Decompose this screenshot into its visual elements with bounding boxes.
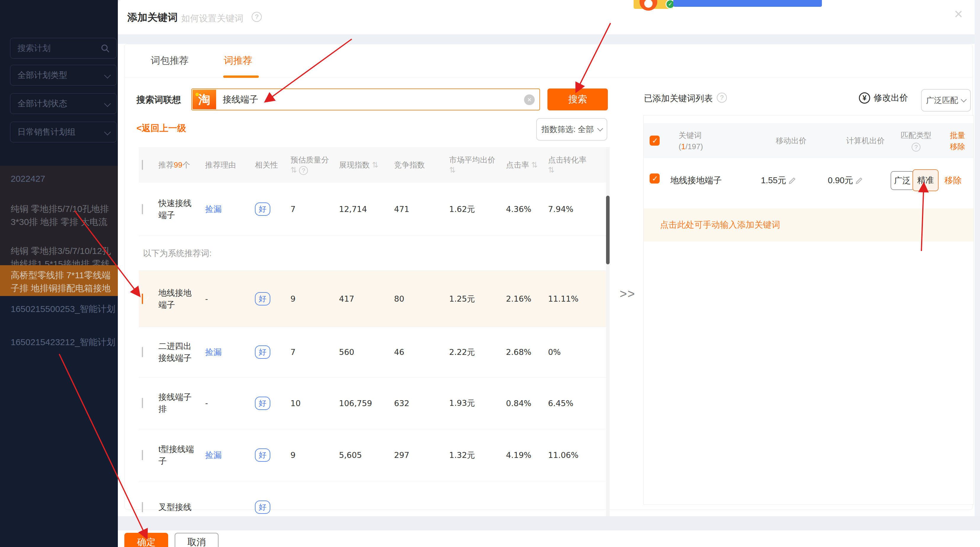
table-scrollbar-thumb[interactable] (606, 196, 609, 264)
sort-icon: ⇅ (531, 161, 538, 169)
col-score[interactable]: 预估质量分 ⇅ ? (290, 155, 339, 175)
col-reason: 推荐理由 (205, 160, 255, 170)
added-keyword-row: 地线接地端子 1.55元 0.90元 广泛 精准 移除 (644, 158, 974, 208)
plan-group-dropdown[interactable]: 日常销售计划组 (10, 122, 117, 142)
tab-word-recommend[interactable]: 词推荐 (224, 54, 252, 67)
keyword-row-selected[interactable]: 地线接地端子 - 好 9 417 80 1.25元 2.16% 11.11% (139, 271, 609, 327)
match-type-value: 广泛匹配 (926, 95, 958, 106)
relevance-badge: 好 (255, 397, 270, 410)
tab-bar: 词包推荐 词推荐 (125, 44, 973, 78)
manual-add-keyword-hint[interactable]: 点击此处可手动输入添加关键词 (644, 208, 974, 242)
close-icon[interactable]: × (954, 6, 963, 21)
relevance-badge: 好 (255, 202, 270, 216)
system-recommend-section-label: 以下为系统推荐词: (139, 236, 609, 271)
keyword-search-field[interactable]: 淘 × (191, 89, 540, 110)
match-type-dropdown[interactable]: 广泛匹配 (921, 89, 971, 111)
edit-bid-button[interactable]: ¥ 修改出价 (859, 92, 908, 104)
chevron-down-icon (597, 126, 603, 131)
chevron-down-icon (961, 97, 967, 102)
remove-keyword-link[interactable]: 移除 (945, 175, 962, 186)
chevron-down-icon (104, 100, 111, 107)
keyword-row[interactable]: t型接线端子 捡漏 好 9 5,605 297 1.32元 4.19% 11.0… (139, 429, 609, 481)
plan-search-input[interactable] (18, 43, 99, 53)
campaign-item[interactable]: 2022427 (0, 172, 118, 189)
campaign-item[interactable]: 1650215423212_智能计划 (0, 336, 118, 352)
sort-icon: ⇅ (290, 165, 297, 174)
keyword-card: 词包推荐 词推荐 搜索词联想 淘 × 搜索 <返回上一级 指数筛选: 全部 推荐… (124, 44, 973, 510)
add-keywords-modal: 添加关键词 如何设置关键词 ? × 词包推荐 词推荐 搜索词联想 淘 × 搜索 … (118, 0, 975, 516)
clear-input-icon[interactable]: × (524, 94, 535, 105)
reason-link[interactable]: 捡漏 (205, 450, 222, 460)
keyword-row[interactable]: 接线端子排 - 好 10 106,759 632 1.93元 0.84% 6.4… (139, 377, 609, 429)
plan-status-value: 全部计划状态 (18, 98, 67, 109)
col-impressions[interactable]: 展现指数 ⇅ (339, 160, 394, 170)
reason-link[interactable]: 捡漏 (205, 348, 222, 357)
col-mobile-bid: 移动出价 (776, 135, 807, 146)
keyword-search-input[interactable] (223, 89, 519, 110)
row-checkbox[interactable] (142, 204, 143, 214)
added-table-header: 关键词 (1/197) 移动出价 计算机出价 匹配类型 ? 批量 移除 (644, 123, 974, 158)
plan-status-dropdown[interactable]: 全部计划状态 (10, 93, 117, 114)
help-icon: ? (912, 143, 921, 151)
campaign-item[interactable]: 纯铜 零地排5/7/10孔地排3*30排 地排 零排 大电流 接线端子 (0, 202, 118, 230)
campaign-list-lower (0, 296, 118, 547)
sort-icon: ⇅ (548, 165, 555, 174)
keyword-cell: t型接线端子 (158, 444, 197, 467)
taobao-icon: 淘 (192, 90, 216, 109)
chevron-down-icon (104, 129, 111, 135)
keyword-cell: 地线接地端子 (158, 287, 197, 311)
row-checkbox[interactable] (142, 347, 143, 357)
back-to-parent-link[interactable]: <返回上一级 (137, 122, 186, 134)
row-checkbox-checked[interactable] (649, 173, 660, 183)
col-ctr[interactable]: 点击率 ⇅ (506, 160, 548, 170)
edit-bid-label: 修改出价 (874, 92, 908, 104)
reason-cell: - (205, 294, 255, 304)
help-icon[interactable]: ? (252, 12, 262, 22)
col-avg-bid[interactable]: 市场平均出价 ⇅ (449, 155, 506, 175)
batch-remove-button[interactable]: 批量 移除 (950, 130, 965, 152)
plan-type-value: 全部计划类型 (18, 70, 67, 81)
index-filter-dropdown[interactable]: 指数筛选: 全部 (536, 118, 607, 141)
row-checkbox[interactable] (142, 398, 143, 408)
tab-word-package[interactable]: 词包推荐 (151, 54, 189, 67)
toast-progress-bar (673, 0, 822, 7)
search-association-label: 搜索词联想 (137, 94, 181, 106)
added-keyword: 地线接地端子 (670, 175, 722, 186)
edit-pencil-icon (788, 176, 797, 185)
select-all-checkbox-checked[interactable] (649, 135, 660, 146)
relevance-badge: 好 (255, 345, 270, 359)
col-match-type: 匹配类型 ? (900, 130, 931, 152)
yen-icon: ¥ (859, 92, 870, 103)
col-cvr[interactable]: 点击转化率 ⇅ (548, 155, 601, 175)
keyword-cell: 接线端子排 (158, 391, 197, 415)
keyword-row[interactable]: 二进四出接线端子 捡漏 好 7 560 46 2.22元 2.68% 0% (139, 327, 609, 377)
keyword-cell: 叉型接线 (158, 501, 197, 513)
edit-pencil-icon (855, 176, 864, 185)
sort-icon: ⇅ (372, 161, 379, 169)
row-checkbox-checked[interactable] (142, 294, 143, 304)
select-all-checkbox[interactable] (142, 160, 143, 170)
row-checkbox[interactable] (142, 450, 143, 460)
cancel-button[interactable]: 取消 (175, 533, 218, 547)
modal-help-link[interactable]: 如何设置关键词 (181, 13, 243, 25)
search-button[interactable]: 搜索 (547, 89, 608, 110)
added-keywords-title: 已添加关键词列表 (644, 93, 713, 105)
confirm-button[interactable]: 确定 (124, 533, 168, 547)
col-relevance: 相关性 (255, 160, 290, 170)
campaign-item[interactable]: 1650215500253_智能计划 (0, 302, 118, 319)
plan-group-value: 日常销售计划组 (18, 126, 75, 138)
mobile-bid-value[interactable]: 1.55元 (761, 175, 797, 186)
campaign-item-active[interactable]: 高桥型零线排 7*11零线端子排 地排铜排配电箱接地接线端子 (0, 265, 118, 296)
match-exact-button-selected[interactable]: 精准 (913, 169, 939, 191)
plan-type-dropdown[interactable]: 全部计划类型 (10, 65, 117, 86)
help-icon[interactable]: ? (717, 93, 727, 103)
pc-bid-value[interactable]: 0.90元 (828, 175, 864, 186)
taobao-dot-icon (196, 93, 199, 96)
keyword-row[interactable]: 快速接线端子 捡漏 好 7 12,714 471 1.62元 4.36% 7.9… (139, 183, 609, 236)
plan-search-field[interactable] (10, 38, 117, 59)
relevance-badge: 好 (255, 448, 270, 462)
chevron-down-icon (104, 72, 111, 79)
match-broad-button[interactable]: 广泛 (891, 171, 914, 190)
row-checkbox[interactable] (142, 502, 143, 512)
reason-link[interactable]: 捡漏 (205, 205, 222, 214)
